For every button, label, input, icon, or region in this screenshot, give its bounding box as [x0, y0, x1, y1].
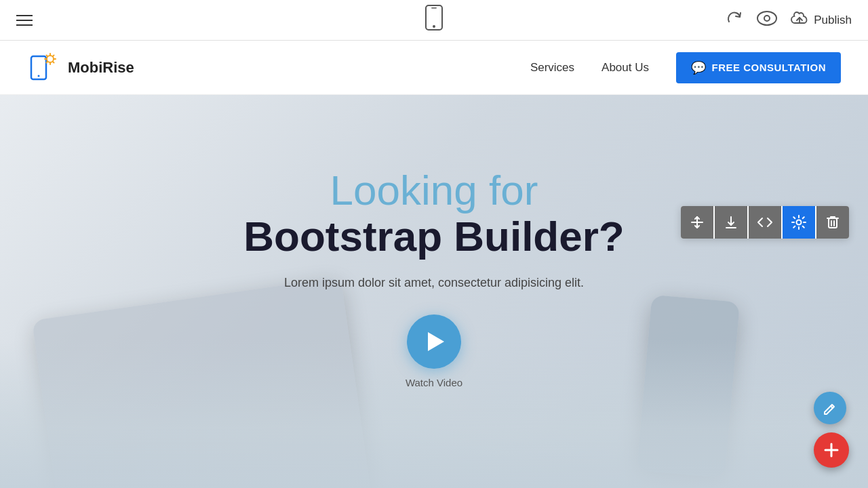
undo-icon[interactable]	[726, 9, 743, 31]
svg-point-3	[757, 12, 776, 25]
svg-rect-2	[431, 7, 437, 9]
hero-subtitle: Lorem ipsum dolor sit amet, consectetur …	[243, 276, 624, 290]
publish-button[interactable]: Publish	[791, 12, 852, 28]
fab-edit-button[interactable]	[814, 392, 846, 424]
svg-line-16	[53, 55, 54, 56]
chat-icon: 💬	[691, 60, 707, 75]
svg-line-15	[47, 62, 48, 63]
block-toolbar	[681, 206, 849, 239]
svg-point-19	[797, 220, 802, 225]
svg-line-14	[53, 62, 54, 63]
site-navbar: MobiRise Services About Us 💬 FREE CONSUL…	[0, 41, 868, 95]
toolbar-center	[425, 4, 443, 36]
code-tool-button[interactable]	[749, 206, 781, 239]
svg-point-1	[433, 25, 435, 28]
svg-line-13	[47, 55, 48, 56]
free-consultation-button[interactable]: 💬 FREE CONSULTATION	[676, 52, 841, 83]
fab-add-button[interactable]	[814, 432, 849, 468]
play-button[interactable]	[407, 314, 461, 369]
svg-point-4	[764, 16, 770, 21]
hero-section: Looking for Bootstrap Builder? Lorem ips…	[0, 95, 868, 488]
nav-links: Services About Us 💬 FREE CONSULTATION	[530, 52, 841, 83]
fab-area	[814, 392, 849, 468]
play-icon	[428, 332, 444, 351]
toolbar-left	[16, 15, 33, 26]
svg-point-7	[38, 75, 40, 77]
preview-icon[interactable]	[757, 11, 777, 30]
settings-tool-button[interactable]	[783, 206, 815, 239]
publish-cloud-icon	[791, 12, 808, 28]
toolbar-right: Publish	[726, 9, 852, 31]
hero-line1: Looking for	[243, 167, 624, 214]
svg-line-23	[831, 406, 833, 408]
logo-text: MobiRise	[68, 59, 134, 77]
hero-line2: Bootstrap Builder?	[243, 214, 624, 260]
publish-label: Publish	[814, 14, 852, 27]
svg-rect-20	[829, 218, 837, 228]
delete-tool-button[interactable]	[816, 206, 849, 239]
phone-preview-icon[interactable]	[425, 4, 443, 36]
hamburger-icon[interactable]	[16, 15, 33, 26]
hero-content: Looking for Bootstrap Builder? Lorem ips…	[230, 167, 637, 388]
logo-area: MobiRise	[27, 51, 134, 85]
top-toolbar: Publish	[0, 0, 868, 41]
play-button-wrap: Watch Video	[243, 314, 624, 388]
cta-label: FREE CONSULTATION	[712, 62, 827, 73]
download-tool-button[interactable]	[715, 206, 747, 239]
nav-link-services[interactable]: Services	[530, 61, 574, 75]
move-tool-button[interactable]	[681, 206, 713, 239]
logo-icon	[27, 51, 61, 85]
watch-video-label: Watch Video	[406, 377, 462, 388]
nav-link-about[interactable]: About Us	[601, 61, 649, 75]
